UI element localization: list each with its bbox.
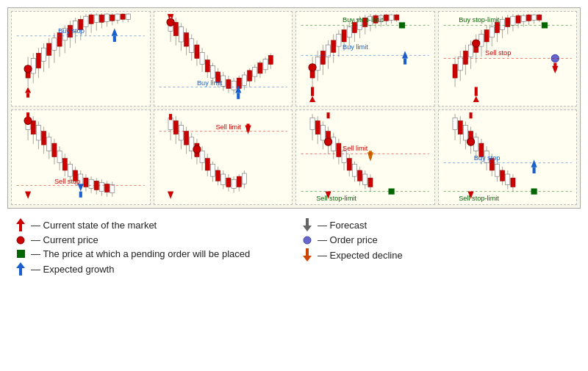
svg-point-171: [472, 40, 479, 47]
svg-rect-303: [473, 137, 478, 151]
svg-rect-9: [47, 43, 51, 55]
legend-current-price-text: — Current price: [31, 234, 98, 245]
chart-sell-limit: Sell limit: [154, 109, 293, 205]
svg-rect-168: [531, 15, 536, 20]
svg-rect-238: [205, 159, 209, 170]
svg-rect-144: [468, 45, 473, 57]
legend-item-pending-price: — The price at which a pending order wil…: [15, 248, 287, 259]
legend-item-current-price: — Current price: [15, 234, 287, 245]
dot-red-icon: [15, 236, 26, 245]
svg-rect-60: [200, 52, 204, 64]
svg-rect-110: [352, 22, 356, 32]
charts-grid: Buy stop: [7, 7, 581, 209]
svg-rect-263: [315, 120, 320, 134]
svg-rect-265: [320, 125, 325, 140]
legend-item-order-price: — Order price: [301, 234, 573, 245]
svg-rect-108: [347, 26, 351, 37]
svg-marker-255: [245, 125, 251, 134]
svg-text:Buy stop: Buy stop: [473, 154, 500, 162]
svg-rect-54: [184, 33, 188, 46]
svg-rect-281: [363, 174, 368, 184]
svg-rect-228: [179, 125, 183, 140]
svg-rect-3: [31, 58, 35, 73]
svg-point-87: [166, 18, 173, 26]
svg-rect-46: [26, 93, 29, 98]
svg-point-253: [193, 145, 200, 153]
svg-text:Sell stop: Sell stop: [54, 178, 80, 185]
arrow-down-gray-icon: [301, 218, 313, 231]
svg-point-333: [304, 237, 311, 244]
svg-rect-222: [26, 112, 29, 118]
svg-rect-62: [205, 60, 209, 72]
legend-left: — Current state of the market — Current …: [15, 218, 287, 278]
svg-rect-313: [500, 170, 504, 181]
svg-rect-126: [395, 15, 399, 20]
svg-rect-42: [113, 36, 116, 42]
svg-text:Buy limit: Buy limit: [343, 43, 368, 51]
svg-marker-129: [402, 51, 408, 58]
svg-rect-185: [31, 120, 35, 134]
chart-buy-limit: Buy limit: [154, 11, 293, 107]
arrow-down-red-icon: [301, 248, 313, 262]
chart-buy-stop-sell-stop-limit: Buy stop Sell stop-limit: [438, 109, 578, 205]
svg-rect-193: [52, 143, 57, 156]
svg-rect-252: [242, 173, 246, 184]
svg-point-329: [17, 237, 24, 244]
svg-rect-189: [42, 132, 46, 145]
svg-rect-261: [310, 118, 315, 129]
svg-rect-207: [89, 179, 93, 188]
svg-marker-221: [25, 192, 31, 199]
svg-rect-150: [484, 30, 489, 42]
dot-purple-icon: [301, 236, 313, 245]
svg-rect-100: [326, 45, 331, 57]
svg-rect-82: [257, 63, 262, 73]
svg-rect-29: [99, 15, 104, 22]
svg-rect-191: [47, 137, 51, 151]
svg-rect-242: [215, 170, 220, 181]
arrow-up-blue-icon: [15, 262, 26, 275]
svg-rect-156: [500, 19, 504, 29]
svg-text:Buy limit: Buy limit: [196, 79, 222, 87]
chart-sell-stop-limit: Sell limit Sell stop-limit: [295, 109, 435, 205]
svg-marker-320: [531, 160, 537, 168]
svg-rect-89: [237, 93, 240, 99]
svg-rect-104: [337, 35, 341, 46]
legend-item-current-state: — Current state of the market: [15, 218, 287, 231]
svg-rect-78: [247, 71, 251, 81]
svg-rect-321: [532, 168, 535, 173]
svg-rect-162: [516, 15, 520, 23]
svg-rect-213: [105, 184, 110, 192]
svg-rect-277: [352, 165, 356, 176]
svg-rect-246: [226, 178, 230, 187]
chart-buy-stop-limit-sell-stop: Buy stop-limit Sell stop: [438, 11, 578, 107]
svg-rect-317: [510, 178, 514, 187]
svg-rect-56: [189, 39, 193, 52]
svg-rect-37: [121, 14, 125, 19]
svg-text:Buy stop: Buy stop: [58, 27, 85, 35]
legend-item-forecast: — Forecast: [301, 218, 573, 231]
svg-point-284: [324, 138, 331, 145]
svg-rect-230: [184, 132, 188, 145]
svg-rect-299: [463, 125, 467, 140]
svg-marker-334: [303, 248, 312, 262]
svg-text:Sell stop-limit: Sell stop-limit: [459, 195, 499, 202]
svg-rect-76: [242, 75, 246, 85]
svg-rect-124: [390, 15, 394, 20]
main-container: Buy stop: [0, 0, 588, 289]
svg-marker-180: [473, 96, 478, 102]
svg-rect-11: [52, 38, 57, 50]
svg-rect-166: [526, 15, 531, 21]
legend-order-price-text: — Order price: [318, 234, 378, 245]
svg-marker-175: [552, 66, 558, 73]
svg-point-318: [467, 138, 474, 145]
legend-section: — Current state of the market — Current …: [7, 215, 581, 282]
legend-forecast-text: — Forecast: [318, 220, 367, 231]
svg-rect-330: [17, 250, 25, 258]
svg-rect-58: [194, 45, 198, 58]
svg-rect-102: [331, 40, 336, 52]
svg-rect-327: [469, 112, 472, 118]
svg-rect-136: [311, 87, 314, 96]
svg-rect-122: [384, 15, 388, 21]
svg-rect-226: [173, 120, 178, 134]
svg-rect-23: [84, 16, 88, 26]
